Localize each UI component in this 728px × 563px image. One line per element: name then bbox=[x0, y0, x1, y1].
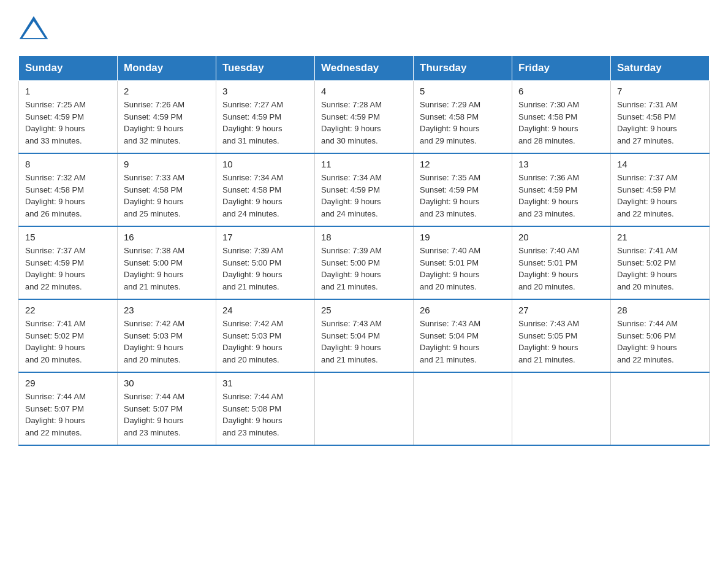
day-info: Sunrise: 7:33 AM Sunset: 4:58 PM Dayligh… bbox=[124, 172, 210, 220]
sunrise-info: Sunrise: 7:43 AM bbox=[420, 319, 480, 328]
daylight-hours: Daylight: 9 hours bbox=[222, 270, 282, 279]
daylight-hours: Daylight: 9 hours bbox=[222, 416, 282, 425]
sunrise-info: Sunrise: 7:44 AM bbox=[25, 392, 86, 401]
daylight-hours: Daylight: 9 hours bbox=[420, 270, 480, 279]
day-number: 27 bbox=[518, 305, 604, 315]
logo-icon bbox=[18, 12, 49, 43]
daylight-mins: and 23 minutes. bbox=[518, 209, 575, 218]
day-number: 13 bbox=[518, 159, 604, 169]
sunset-info: Sunset: 5:07 PM bbox=[124, 404, 183, 413]
daylight-hours: Daylight: 9 hours bbox=[25, 197, 85, 206]
day-number: 18 bbox=[321, 232, 407, 242]
daylight-hours: Daylight: 9 hours bbox=[25, 270, 85, 279]
daylight-hours: Daylight: 9 hours bbox=[617, 124, 677, 133]
sunrise-info: Sunrise: 7:34 AM bbox=[222, 173, 283, 182]
calendar-cell: 1 Sunrise: 7:25 AM Sunset: 4:59 PM Dayli… bbox=[19, 81, 118, 154]
sunrise-info: Sunrise: 7:44 AM bbox=[124, 392, 184, 401]
day-info: Sunrise: 7:44 AM Sunset: 5:07 PM Dayligh… bbox=[124, 391, 210, 439]
calendar-cell: 14 Sunrise: 7:37 AM Sunset: 4:59 PM Dayl… bbox=[611, 153, 710, 226]
daylight-hours: Daylight: 9 hours bbox=[222, 124, 282, 133]
day-number: 28 bbox=[617, 305, 703, 315]
day-number: 23 bbox=[124, 305, 210, 315]
week-row: 1 Sunrise: 7:25 AM Sunset: 4:59 PM Dayli… bbox=[19, 81, 710, 154]
day-info: Sunrise: 7:37 AM Sunset: 4:59 PM Dayligh… bbox=[617, 172, 703, 220]
sunset-info: Sunset: 4:58 PM bbox=[124, 185, 183, 194]
daylight-hours: Daylight: 9 hours bbox=[124, 124, 184, 133]
sunrise-info: Sunrise: 7:44 AM bbox=[617, 319, 678, 328]
sunrise-info: Sunrise: 7:43 AM bbox=[518, 319, 579, 328]
day-info: Sunrise: 7:32 AM Sunset: 4:58 PM Dayligh… bbox=[25, 172, 111, 220]
day-header-wednesday: Wednesday bbox=[315, 56, 414, 81]
sunrise-info: Sunrise: 7:25 AM bbox=[25, 100, 86, 109]
daylight-hours: Daylight: 9 hours bbox=[518, 197, 578, 206]
sunrise-info: Sunrise: 7:37 AM bbox=[617, 173, 678, 182]
daylight-mins: and 21 minutes. bbox=[321, 282, 378, 291]
daylight-hours: Daylight: 9 hours bbox=[321, 343, 381, 352]
sunset-info: Sunset: 4:59 PM bbox=[124, 112, 183, 121]
calendar-cell: 18 Sunrise: 7:39 AM Sunset: 5:00 PM Dayl… bbox=[315, 226, 414, 299]
sunset-info: Sunset: 5:01 PM bbox=[518, 258, 577, 267]
daylight-mins: and 20 minutes. bbox=[124, 355, 181, 364]
calendar-cell: 15 Sunrise: 7:37 AM Sunset: 4:59 PM Dayl… bbox=[19, 226, 118, 299]
daylight-mins: and 21 minutes. bbox=[222, 282, 279, 291]
calendar-cell: 25 Sunrise: 7:43 AM Sunset: 5:04 PM Dayl… bbox=[315, 299, 414, 372]
day-info: Sunrise: 7:42 AM Sunset: 5:03 PM Dayligh… bbox=[222, 318, 308, 366]
calendar-cell bbox=[315, 372, 414, 445]
sunrise-info: Sunrise: 7:28 AM bbox=[321, 100, 382, 109]
daylight-mins: and 23 minutes. bbox=[420, 209, 477, 218]
daylight-mins: and 21 minutes. bbox=[124, 282, 181, 291]
sunrise-info: Sunrise: 7:35 AM bbox=[420, 173, 480, 182]
day-info: Sunrise: 7:29 AM Sunset: 4:58 PM Dayligh… bbox=[420, 99, 506, 147]
sunrise-info: Sunrise: 7:32 AM bbox=[25, 173, 86, 182]
day-number: 19 bbox=[420, 232, 506, 242]
sunset-info: Sunset: 4:59 PM bbox=[518, 185, 577, 194]
day-number: 30 bbox=[124, 378, 210, 388]
sunset-info: Sunset: 5:03 PM bbox=[124, 331, 183, 340]
day-number: 26 bbox=[420, 305, 506, 315]
calendar-cell: 29 Sunrise: 7:44 AM Sunset: 5:07 PM Dayl… bbox=[19, 372, 118, 445]
calendar-cell: 19 Sunrise: 7:40 AM Sunset: 5:01 PM Dayl… bbox=[414, 226, 512, 299]
sunset-info: Sunset: 5:00 PM bbox=[124, 258, 183, 267]
daylight-mins: and 28 minutes. bbox=[518, 136, 575, 145]
day-number: 12 bbox=[420, 159, 506, 169]
header-row: SundayMondayTuesdayWednesdayThursdayFrid… bbox=[19, 56, 710, 81]
daylight-mins: and 33 minutes. bbox=[25, 136, 82, 145]
day-info: Sunrise: 7:35 AM Sunset: 4:59 PM Dayligh… bbox=[420, 172, 506, 220]
day-number: 2 bbox=[124, 86, 210, 96]
sunrise-info: Sunrise: 7:27 AM bbox=[222, 100, 283, 109]
day-header-friday: Friday bbox=[512, 56, 611, 81]
calendar-cell: 8 Sunrise: 7:32 AM Sunset: 4:58 PM Dayli… bbox=[19, 153, 118, 226]
sunrise-info: Sunrise: 7:30 AM bbox=[518, 100, 579, 109]
sunrise-info: Sunrise: 7:26 AM bbox=[124, 100, 184, 109]
day-info: Sunrise: 7:31 AM Sunset: 4:58 PM Dayligh… bbox=[617, 99, 703, 147]
daylight-hours: Daylight: 9 hours bbox=[321, 197, 381, 206]
day-number: 14 bbox=[617, 159, 703, 169]
calendar-cell: 10 Sunrise: 7:34 AM Sunset: 4:58 PM Dayl… bbox=[216, 153, 315, 226]
daylight-mins: and 23 minutes. bbox=[222, 428, 279, 437]
day-info: Sunrise: 7:27 AM Sunset: 4:59 PM Dayligh… bbox=[222, 99, 308, 147]
daylight-hours: Daylight: 9 hours bbox=[124, 197, 184, 206]
daylight-mins: and 27 minutes. bbox=[617, 136, 674, 145]
calendar-cell bbox=[611, 372, 710, 445]
daylight-mins: and 21 minutes. bbox=[321, 355, 378, 364]
daylight-mins: and 20 minutes. bbox=[617, 282, 674, 291]
daylight-hours: Daylight: 9 hours bbox=[617, 270, 677, 279]
sunset-info: Sunset: 4:59 PM bbox=[222, 112, 281, 121]
day-number: 3 bbox=[222, 86, 308, 96]
day-number: 17 bbox=[222, 232, 308, 242]
daylight-mins: and 20 minutes. bbox=[518, 282, 575, 291]
page-header bbox=[18, 12, 710, 43]
day-number: 5 bbox=[420, 86, 506, 96]
day-number: 10 bbox=[222, 159, 308, 169]
daylight-hours: Daylight: 9 hours bbox=[25, 124, 85, 133]
day-info: Sunrise: 7:25 AM Sunset: 4:59 PM Dayligh… bbox=[25, 99, 111, 147]
calendar-table: SundayMondayTuesdayWednesdayThursdayFrid… bbox=[18, 55, 710, 446]
calendar-cell: 30 Sunrise: 7:44 AM Sunset: 5:07 PM Dayl… bbox=[118, 372, 216, 445]
day-number: 24 bbox=[222, 305, 308, 315]
day-header-sunday: Sunday bbox=[19, 56, 118, 81]
daylight-mins: and 30 minutes. bbox=[321, 136, 378, 145]
calendar-cell: 24 Sunrise: 7:42 AM Sunset: 5:03 PM Dayl… bbox=[216, 299, 315, 372]
sunrise-info: Sunrise: 7:40 AM bbox=[518, 246, 579, 255]
day-info: Sunrise: 7:36 AM Sunset: 4:59 PM Dayligh… bbox=[518, 172, 604, 220]
daylight-hours: Daylight: 9 hours bbox=[518, 124, 578, 133]
